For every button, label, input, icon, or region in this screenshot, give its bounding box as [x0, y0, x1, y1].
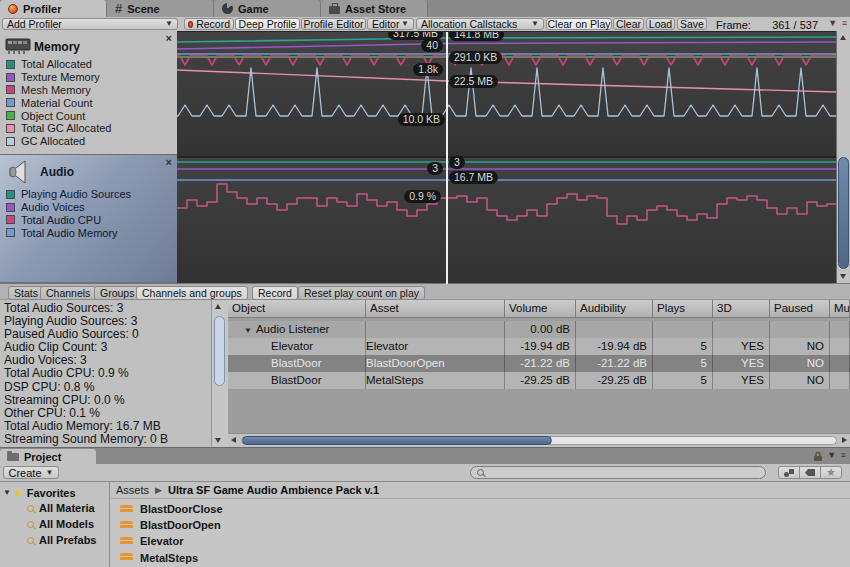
search-input[interactable]	[488, 466, 759, 479]
clear-on-play-button[interactable]: Clear on Play	[546, 18, 612, 30]
column-header-3d[interactable]: 3D	[713, 300, 770, 318]
favorites-root[interactable]: ▼ ★ Favorites	[0, 485, 76, 500]
search-filter-icon	[27, 505, 34, 512]
table-row-elevator-elevator[interactable]: ElevatorElevator-19.94 dB-19.94 dB5YESNO	[228, 338, 850, 355]
legend-item-texture-memory[interactable]: Texture Memory	[6, 71, 173, 84]
search-by-label-button[interactable]	[799, 466, 821, 479]
legend-item-audio-voices[interactable]: Audio Voices	[6, 201, 173, 214]
legend-item-playing-audio-sources[interactable]: Playing Audio Sources	[6, 188, 173, 201]
scrollbar-track[interactable]	[241, 436, 837, 445]
unity-profiler-window: { "tabs": {"items": [ {"label": "Profile…	[0, 0, 850, 567]
legend-label: Mesh Memory	[21, 84, 91, 96]
audio-legend: Playing Audio SourcesAudio VoicesTotal A…	[6, 188, 173, 239]
file-item-blastdooropen[interactable]: BlastDoorOpen	[111, 517, 223, 533]
create-dropdown[interactable]: Create ▼	[3, 466, 59, 479]
search-by-type-button[interactable]	[778, 466, 800, 479]
charts-vertical-scrollbar[interactable]	[836, 31, 850, 283]
memory-profiler-panel[interactable]: × Memory Total AllocatedTexture MemoryMe…	[0, 31, 177, 155]
pane-menu-icon[interactable]: ▼ ≡	[827, 450, 847, 460]
audio-tab-reset-play-count-on-play[interactable]: Reset play count on play	[298, 286, 425, 300]
audio-tab-groups[interactable]: Groups	[94, 286, 140, 300]
column-header-asset[interactable]: Asset	[366, 300, 505, 318]
column-header-object[interactable]: Object	[228, 300, 366, 318]
table-row-blastdoor-metalsteps[interactable]: BlastDoorMetalSteps-29.25 dB-29.25 dB5YE…	[228, 372, 850, 389]
legend-color-swatch	[6, 60, 15, 69]
cell-object: BlastDoor	[271, 357, 322, 369]
column-header-volume[interactable]: Volume	[505, 300, 576, 318]
clear-button[interactable]: Clear	[613, 18, 644, 30]
table-row-audio-listener-root[interactable]: ▼Audio Listener0.00 dB	[228, 321, 850, 338]
tab-scene[interactable]: Scene	[107, 0, 214, 17]
legend-color-swatch	[6, 73, 15, 82]
tab-project[interactable]: Project	[0, 449, 96, 465]
profiler-charts-area[interactable]: 317.5 MB141.8 MB40291.0 KB1.8k22.5 MB10.…	[177, 31, 836, 284]
tab-profiler[interactable]: Profiler	[0, 0, 107, 17]
close-icon[interactable]: ×	[166, 156, 172, 168]
legend-item-gc-allocated[interactable]: GC Allocated	[6, 135, 173, 148]
legend-item-total-gc-allocated[interactable]: Total GC Allocated	[6, 122, 173, 135]
audio-tab-stats[interactable]: Stats	[8, 286, 44, 300]
add-profiler-dropdown[interactable]: Add Profiler ▼	[2, 18, 178, 30]
scroll-up-arrow[interactable]	[215, 304, 221, 309]
favorites-item-all-materia[interactable]: All Materia	[0, 500, 96, 516]
file-item-blastdoorclose[interactable]: BlastDoorClose	[111, 501, 223, 517]
legend-item-material-count[interactable]: Material Count	[6, 96, 173, 109]
scroll-down-arrow[interactable]	[840, 274, 846, 279]
legend-item-object-count[interactable]: Object Count	[6, 109, 173, 122]
add-profiler-label: Add Profiler	[7, 18, 62, 30]
legend-item-mesh-memory[interactable]: Mesh Memory	[6, 84, 173, 97]
save-button[interactable]: Save	[677, 18, 707, 30]
column-header-paused[interactable]: Paused	[770, 300, 830, 318]
column-header-mu[interactable]: Mu	[830, 300, 850, 318]
cell-volume: 0.00 dB	[505, 321, 576, 338]
stats-list: Total Audio Sources: 3Playing Audio Sour…	[4, 302, 168, 446]
favorites-item-all-prefabs[interactable]: All Prefabs	[0, 532, 96, 548]
lock-icon[interactable]	[813, 451, 823, 462]
row-expander-icon[interactable]: ▼	[244, 326, 252, 335]
table-row-blastdoor-blastdooropen[interactable]: BlastDoorBlastDoorOpen-21.22 dB-21.22 dB…	[228, 355, 850, 372]
tab-asset-store[interactable]: Asset Store	[321, 0, 428, 17]
favorites-item-all-models[interactable]: All Models	[0, 516, 96, 532]
save-search-button[interactable]: ★	[820, 466, 842, 479]
record-button[interactable]: Record	[184, 18, 234, 30]
foldout-triangle-icon[interactable]: ▼	[3, 488, 11, 497]
column-header-audibility[interactable]: Audibility	[576, 300, 653, 318]
selected-frame-playhead[interactable]	[446, 32, 448, 284]
audio-tab-record[interactable]: Record	[252, 286, 298, 300]
editor-dropdown[interactable]: Editor ▼	[367, 18, 414, 30]
scrollbar-thumb[interactable]	[838, 157, 849, 269]
load-button[interactable]: Load	[646, 18, 675, 30]
scroll-up-arrow[interactable]	[840, 35, 846, 40]
scrollbar-thumb[interactable]	[242, 436, 552, 445]
allocation-callstacks-dropdown[interactable]: Allocation Callstacks ▼	[416, 18, 544, 30]
scrollbar-thumb[interactable]	[214, 316, 225, 386]
legend-item-total-audio-cpu[interactable]: Total Audio CPU	[6, 214, 173, 227]
chevron-down-icon: ▼	[401, 20, 409, 28]
scroll-left-arrow[interactable]	[231, 437, 236, 443]
column-header-plays[interactable]: Plays	[653, 300, 713, 318]
breadcrumb-root[interactable]: Assets	[116, 484, 149, 496]
scroll-right-arrow[interactable]	[842, 437, 847, 443]
scroll-down-arrow[interactable]	[215, 438, 221, 443]
cell-asset	[366, 321, 505, 338]
legend-item-total-audio-memory[interactable]: Total Audio Memory	[6, 226, 173, 239]
project-search-field[interactable]	[470, 466, 766, 479]
table-horizontal-scrollbar[interactable]	[228, 433, 850, 448]
audio-tab-channels-and-groups[interactable]: Channels and groups	[136, 286, 248, 300]
file-item-elevator[interactable]: Elevator	[111, 533, 223, 549]
audio-profiler-panel[interactable]: × Audio Playing Audio SourcesAudio Voice…	[0, 155, 177, 283]
legend-item-total-allocated[interactable]: Total Allocated	[6, 58, 173, 71]
audio-tab-channels[interactable]: Channels	[40, 286, 96, 300]
memory-chart[interactable]	[177, 32, 836, 156]
chart-value-badge: 40	[421, 39, 443, 52]
favorites-label: Favorites	[27, 487, 76, 499]
pane-menu-icon[interactable]: ▼ ≡	[828, 17, 848, 29]
record-dot-icon	[188, 21, 193, 28]
close-icon[interactable]: ×	[166, 32, 172, 44]
audio-chart[interactable]	[177, 158, 836, 284]
profile-editor-button[interactable]: Profile Editor	[301, 18, 366, 30]
stats-vertical-scrollbar[interactable]	[211, 300, 228, 447]
deep-profile-button[interactable]: Deep Profile	[235, 18, 300, 30]
file-item-metalsteps[interactable]: MetalSteps	[111, 550, 223, 566]
tab-game[interactable]: Game	[214, 0, 321, 17]
